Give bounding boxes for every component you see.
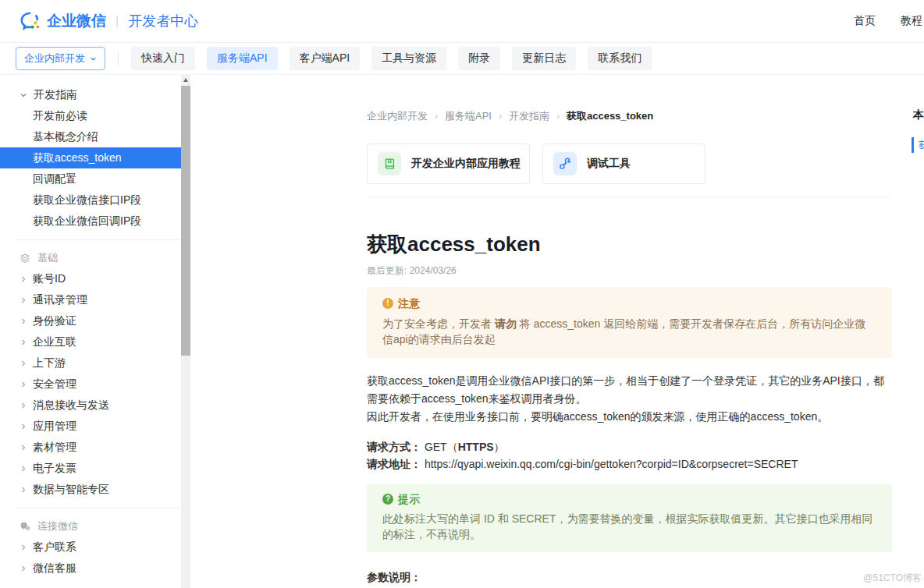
toc-active-item[interactable]: 获取access_token (912, 137, 924, 153)
breadcrumb-item[interactable]: 服务端API (445, 109, 492, 123)
scrollbar-thumb[interactable] (181, 86, 190, 356)
sidebar-item-must-read[interactable]: 开发前必读 (0, 105, 181, 126)
breadcrumb-item[interactable]: 企业内部开发 (367, 109, 428, 123)
sidebar-item-corp-interconnect[interactable]: 企业互联 (0, 331, 181, 352)
sidebar-item-callback-ip-range[interactable]: 获取企业微信回调IP段 (0, 211, 181, 232)
request-method-value: GET（ (425, 441, 458, 453)
chevron-right-icon (20, 486, 27, 494)
request-info: 请求方式： GET（HTTPS） 请求地址： https://qyapi.wei… (367, 438, 892, 473)
tab-client-api[interactable]: 客户端API (290, 47, 361, 70)
sidebar-item-label: 基本概念介绍 (33, 130, 98, 144)
chevron-down-icon (90, 55, 97, 62)
sidebar-item-media-mgmt[interactable]: 素材管理 (0, 437, 181, 458)
sidebar-item-e-invoice[interactable]: 电子发票 (0, 458, 181, 479)
main-content: 企业内部开发 › 服务端API › 开发指南 › 获取access_token … (190, 75, 924, 588)
sidebar-item-basic-concepts[interactable]: 基本概念介绍 (0, 126, 181, 147)
edition-dropdown-label: 企业内部开发 (24, 51, 85, 66)
exclamation-icon: ! (382, 298, 393, 309)
sidebar-scrollbar[interactable] (181, 75, 190, 588)
header-link-home[interactable]: 首页 (854, 14, 876, 28)
sidebar-item-api-ip-range[interactable]: 获取企业微信接口IP段 (0, 190, 181, 211)
sidebar-item-label: 安全管理 (33, 377, 76, 391)
tab-bar: 企业内部开发 快速入门 服务端API 客户端API 工具与资源 附录 更新日志 … (0, 43, 924, 75)
chevron-right-icon (20, 444, 27, 452)
nav-divider (118, 51, 119, 66)
breadcrumb-current: 获取access_token (567, 109, 653, 123)
breadcrumb: 企业内部开发 › 服务端API › 开发指南 › 获取access_token (367, 109, 892, 123)
brand[interactable]: 企业微信 | 开发者中心 (20, 11, 198, 32)
warning-text-pre: 为了安全考虑，开发者 (382, 317, 495, 330)
last-updated-value: 2024/03/26 (410, 265, 457, 276)
chevron-right-icon (20, 402, 27, 409)
sidebar-item-label: 客户联系 (33, 540, 76, 554)
request-url-line: 请求地址： https://qyapi.weixin.qq.com/cgi-bi… (367, 455, 892, 473)
sidebar-item-label: 获取企业微信接口IP段 (33, 193, 141, 207)
chevron-down-icon (20, 91, 27, 99)
intro-paragraph: 获取access_token是调用企业微信API接口的第一步，相当于创建了一个登… (367, 372, 892, 426)
layers-icon (20, 253, 30, 264)
chevron-right-icon (20, 317, 27, 325)
sidebar-item-wechat-customer-service[interactable]: 微信客服 (0, 558, 181, 579)
tip-title: ? 提示 (382, 493, 876, 505)
sidebar-item-security-mgmt[interactable]: 安全管理 (0, 374, 181, 395)
page-title: 获取access_token (367, 232, 892, 257)
sidebar-item-customer-contact[interactable]: 客户联系 (0, 537, 181, 558)
warning-title: ! 注意 (382, 297, 876, 310)
warning-title-text: 注意 (398, 297, 420, 310)
breadcrumb-item[interactable]: 开发指南 (509, 109, 549, 123)
paragraph-line-2: 因此开发者，在使用业务接口前，要明确access_token的颁发来源，使用正确… (367, 408, 892, 426)
sidebar-item-label: 企业互联 (33, 335, 76, 349)
request-method-close: ） (494, 441, 505, 453)
tab-quickstart[interactable]: 快速入门 (131, 47, 195, 70)
chevron-right-icon (20, 360, 27, 367)
chevron-right-icon (20, 381, 27, 388)
tab-contact-us[interactable]: 联系我们 (588, 47, 652, 70)
sidebar-item-label: 账号ID (33, 272, 66, 286)
sidebar-item-app-mgmt[interactable]: 应用管理 (0, 416, 181, 437)
sidebar-item-label: 消息接收与发送 (33, 398, 109, 413)
tab-tools-resources[interactable]: 工具与资源 (371, 47, 446, 70)
sidebar-item-callback-config[interactable]: 回调配置 (0, 168, 181, 190)
tip-box: ? 提示 此处标注大写的单词 ID 和 SECRET，为需要替换的变量，根据实际… (367, 484, 892, 552)
chevron-right-icon (20, 296, 27, 304)
book-icon (378, 152, 401, 175)
sidebar-group-label: 开发指南 (34, 88, 77, 102)
brand-name: 企业微信 (47, 11, 106, 31)
watermark: @51CTO博客 (863, 572, 922, 585)
sidebar-item-label: 回调配置 (33, 172, 76, 186)
page: 企业微信 | 开发者中心 首页 教程 企业内部开发 快速入门 服务端API 客户… (0, 0, 924, 588)
warning-text-bold: 请勿 (495, 317, 517, 330)
card-debug-tool[interactable]: 调试工具 (542, 143, 705, 184)
content-row: 开发指南 开发前必读 基本概念介绍 获取access_token 回调配置 获取… (0, 75, 924, 588)
card-internal-app-tutorial[interactable]: 开发企业内部应用教程 (367, 143, 530, 184)
request-url-label: 请求地址： (367, 458, 421, 470)
tab-server-api[interactable]: 服务端API (207, 47, 278, 70)
section-divider (367, 197, 892, 197)
sidebar-item-data-intelligence[interactable]: 数据与智能专区 (0, 479, 181, 500)
toc-heading: 本页目录 (913, 108, 924, 122)
sidebar-group-dev-guide[interactable]: 开发指南 (0, 84, 181, 105)
breadcrumb-separator-icon: › (428, 111, 445, 122)
brand-separator: | (116, 14, 119, 28)
tab-appendix[interactable]: 附录 (458, 47, 500, 70)
sidebar-item-label: 数据与智能专区 (33, 483, 109, 497)
sidebar-item-label: 获取企业微信回调IP段 (33, 214, 141, 228)
sidebar-item-identity-verify[interactable]: 身份验证 (0, 310, 181, 331)
question-icon: ? (382, 494, 393, 505)
wrench-icon (553, 152, 577, 175)
header-link-tutorial[interactable]: 教程 (901, 14, 922, 28)
request-method-line: 请求方式： GET（HTTPS） (367, 438, 892, 455)
tip-text: 此处标注大写的单词 ID 和 SECRET，为需要替换的变量，根据实际获取值更新… (382, 511, 876, 542)
scrollbar-up-arrow[interactable] (181, 75, 190, 84)
sidebar-section-basic: 基础 (0, 248, 181, 268)
sidebar-item-account-id[interactable]: 账号ID (0, 268, 181, 289)
sidebar-item-message-send-receive[interactable]: 消息接收与发送 (0, 395, 181, 416)
edition-dropdown[interactable]: 企业内部开发 (16, 47, 105, 70)
params-section-label: 参数说明： (367, 571, 892, 585)
chat-bubbles-icon (20, 521, 30, 532)
sidebar-item-upstream-downstream[interactable]: 上下游 (0, 352, 181, 374)
sidebar-section-connect-wechat: 连接微信 (0, 516, 181, 537)
sidebar-item-get-access-token[interactable]: 获取access_token (0, 147, 181, 168)
tab-changelog[interactable]: 更新日志 (512, 47, 576, 70)
sidebar-item-contacts-mgmt[interactable]: 通讯录管理 (0, 289, 181, 310)
